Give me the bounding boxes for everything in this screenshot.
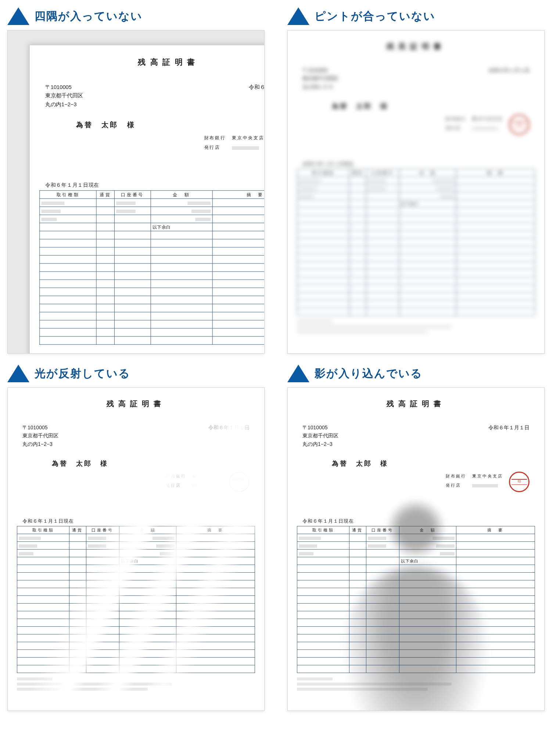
th-account: 口座番号 bbox=[366, 169, 399, 177]
table-row bbox=[40, 280, 265, 288]
table-row bbox=[297, 246, 535, 254]
table-row bbox=[297, 665, 535, 673]
table-row bbox=[17, 665, 255, 673]
table-row bbox=[17, 573, 255, 580]
th-note: 摘 要 bbox=[456, 169, 535, 177]
table-row bbox=[40, 207, 265, 215]
table-row bbox=[17, 642, 255, 650]
table-row bbox=[297, 208, 535, 215]
table-row bbox=[17, 580, 255, 588]
caption-glare: 光が反射している bbox=[7, 365, 273, 382]
table-row bbox=[17, 596, 255, 604]
example-glare: 光が反射している 残高証明書 〒1010005 東京都千代田区 丸の内1−2−3… bbox=[7, 365, 273, 711]
th-currency: 通貨 bbox=[349, 169, 366, 177]
table-row bbox=[297, 300, 535, 308]
bank-branch: 東京中央支店 bbox=[472, 114, 503, 124]
examples-grid: 四隅が入っていない 残高証明書 〒1010005 東京都千代田区 丸の内1−2−… bbox=[7, 7, 553, 711]
table-row bbox=[297, 565, 535, 573]
doc-asof: 令和６年１月１日現在 bbox=[288, 146, 544, 169]
th-currency: 通貨 bbox=[69, 526, 86, 534]
table-row bbox=[40, 336, 265, 344]
table-row bbox=[297, 619, 535, 627]
table-row bbox=[297, 285, 535, 293]
redacted bbox=[472, 484, 498, 487]
doc-recipient: 為替 太郎 様 bbox=[30, 108, 265, 133]
blank-note: 以下余白 bbox=[399, 557, 456, 565]
table-row bbox=[297, 596, 535, 604]
footer-redacted bbox=[297, 677, 535, 691]
table-row bbox=[297, 293, 535, 300]
doc-postal: 〒1010005 bbox=[22, 423, 58, 432]
doc-address: 〒1010005 東京都千代田区 丸の内1−2−3 bbox=[22, 423, 58, 448]
doc-bank-block: 財布銀行 発行店 東京中央支店 印 bbox=[288, 472, 544, 503]
thumbnail-crop: 残高証明書 〒1010005 東京都千代田区 丸の内1−2−3 令和６年１月１日… bbox=[7, 30, 265, 354]
bank-labels: 財布銀行 発行店 bbox=[446, 114, 466, 133]
doc-address: 〒1010005 東京都千代田区 丸の内1−2−3 bbox=[302, 423, 338, 448]
thumbnail-glare: 残高証明書 〒1010005 東京都千代田区 丸の内1−2−3 令和６年１月１日… bbox=[7, 387, 265, 711]
th-currency: 通貨 bbox=[96, 191, 114, 199]
table-row bbox=[297, 192, 535, 200]
doc-addr1: 東京都千代田区 bbox=[302, 74, 338, 82]
doc-addr1: 東京都千代田区 bbox=[22, 432, 58, 440]
balance-table: 取引種類 通貨 口座番号 金 額 摘 要 以下余白 bbox=[39, 190, 265, 345]
doc-postal: 〒1010005 bbox=[302, 66, 338, 74]
bank-label: 財布銀行 bbox=[204, 133, 226, 143]
warning-triangle-icon bbox=[7, 365, 29, 382]
example-blur: ピントが合っていない 残高証明書 〒1010005 東京都千代田区 丸の内1−2… bbox=[287, 7, 553, 354]
doc-recipient: 為替 太郎 様 bbox=[288, 91, 544, 114]
th-type: 取引種類 bbox=[40, 191, 97, 199]
table-row bbox=[17, 588, 255, 596]
doc-postal: 〒1010005 bbox=[45, 83, 83, 92]
doc-addr2: 丸の内1−2−3 bbox=[302, 83, 338, 91]
doc-address: 〒1010005 東京都千代田区 丸の内1−2−3 bbox=[45, 83, 83, 109]
table-row bbox=[17, 634, 255, 642]
table-row bbox=[297, 588, 535, 596]
doc-address: 〒1010005 東京都千代田区 丸の内1−2−3 bbox=[302, 66, 338, 91]
issuer-label: 発行店 bbox=[446, 481, 466, 490]
document-sample: 残高証明書 〒1010005 東京都千代田区 丸の内1−2−3 令和６年１月１日… bbox=[288, 31, 544, 353]
table-row bbox=[297, 573, 535, 580]
footer-redacted bbox=[297, 320, 535, 333]
bank-values: 東京中央支店 bbox=[472, 472, 503, 490]
example-shadow: 影が入り込んでいる 残高証明書 〒1010005 東京都千代田区 丸の内1−2−… bbox=[287, 365, 553, 711]
table-row bbox=[40, 320, 265, 328]
th-currency: 通貨 bbox=[349, 526, 366, 534]
table-row bbox=[297, 604, 535, 611]
table-row bbox=[17, 565, 255, 573]
glare-overlay bbox=[123, 414, 264, 559]
table-row bbox=[40, 215, 265, 223]
caption-crop: 四隅が入っていない bbox=[7, 7, 273, 25]
doc-title: 残高証明書 bbox=[8, 399, 264, 409]
table-row bbox=[17, 619, 255, 627]
table-row bbox=[40, 255, 265, 264]
doc-addr1: 東京都千代田区 bbox=[45, 91, 83, 100]
table-row bbox=[297, 580, 535, 588]
bank-label: 財布銀行 bbox=[446, 472, 466, 481]
th-amount: 金 額 bbox=[399, 169, 456, 177]
warning-triangle-icon bbox=[287, 365, 309, 382]
table-row bbox=[297, 239, 535, 246]
table-row bbox=[40, 288, 265, 296]
caption-blur: ピントが合っていない bbox=[287, 7, 553, 25]
thumbnail-blur: 残高証明書 〒1010005 東京都千代田区 丸の内1−2−3 令和６年１月１日… bbox=[287, 30, 545, 354]
th-account: 口座番号 bbox=[86, 526, 119, 534]
caption-text: 四隅が入っていない bbox=[35, 9, 143, 24]
th-type: 取引種類 bbox=[297, 526, 349, 534]
warning-triangle-icon bbox=[287, 7, 309, 25]
table-row bbox=[297, 308, 535, 316]
doc-addr1: 東京都千代田区 bbox=[302, 432, 338, 440]
table-row bbox=[297, 185, 535, 192]
footer-redacted bbox=[17, 677, 255, 691]
th-account: 口座番号 bbox=[114, 191, 150, 199]
balance-table: 取引種類 通貨 口座番号 金 額 摘 要 以下余白 bbox=[297, 526, 535, 673]
caption-text: 影が入り込んでいる bbox=[315, 366, 423, 381]
doc-title: 残高証明書 bbox=[288, 42, 544, 51]
doc-title: 残高証明書 bbox=[30, 57, 265, 67]
table-row bbox=[297, 223, 535, 231]
blank-note: 以下余白 bbox=[399, 200, 456, 208]
balance-table: 取引種類 通貨 口座番号 金 額 摘 要 以下余白 bbox=[297, 169, 535, 316]
table-row bbox=[17, 650, 255, 658]
blank-note: 以下余白 bbox=[151, 223, 213, 231]
doc-asof: 令和６年１月１日現在 bbox=[288, 503, 544, 526]
caption-text: 光が反射している bbox=[35, 366, 130, 381]
